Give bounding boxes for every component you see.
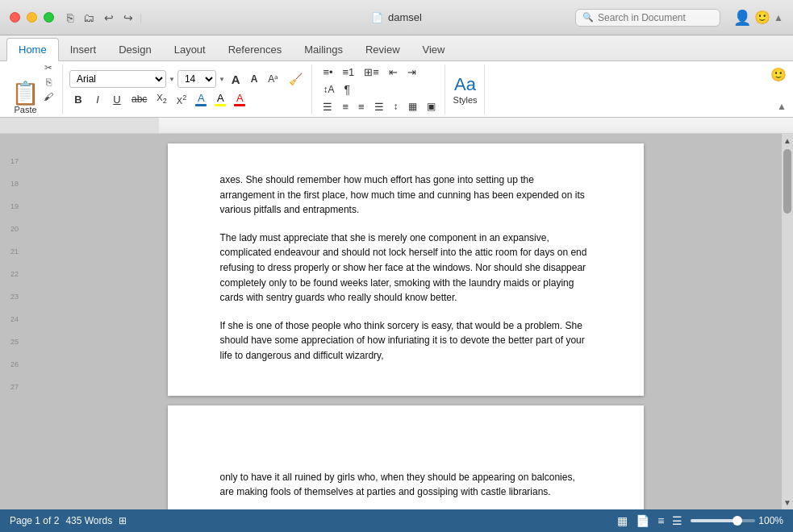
tab-insert[interactable]: Insert [59, 39, 108, 60]
underline-button[interactable]: U [108, 92, 126, 107]
tab-layout[interactable]: Layout [163, 39, 217, 60]
tab-design[interactable]: Design [107, 39, 162, 60]
subscript-button[interactable]: X2 [152, 91, 170, 106]
search-bar[interactable]: 🔍 [575, 9, 720, 27]
margin-num-18: 18 [10, 172, 19, 195]
font-size-increase-button[interactable]: A [227, 71, 244, 88]
page1-para3: If she is one of those people who think … [220, 318, 591, 364]
main-area: 17 18 19 20 21 22 23 24 25 26 27 axes. S… [0, 134, 793, 509]
print-layout-button[interactable]: ☰ [672, 514, 682, 527]
increase-indent-button[interactable]: ⇥ [403, 64, 420, 80]
zoom-track[interactable] [691, 519, 755, 522]
zoom-handle[interactable] [732, 516, 742, 526]
strikethrough-button[interactable]: abc [127, 92, 151, 106]
font-group: Arial ▼ 14 ▼ A A Aᵃ 🧹 B I U abc X2 X2 A … [65, 64, 312, 114]
layout-view-button[interactable]: ▦ [617, 514, 628, 527]
highlight-color-button[interactable]: A [211, 90, 229, 108]
align-right-button[interactable]: ≡ [354, 99, 369, 114]
page-info: Page 1 of 2 [10, 515, 59, 526]
margin-num-26: 26 [10, 353, 19, 376]
collapse-ribbon-button[interactable]: ▲ [777, 101, 787, 112]
change-case-button[interactable]: Aᵃ [264, 72, 282, 86]
scroll-up-button[interactable]: ▲ [781, 134, 793, 148]
margin-num-25: 25 [10, 330, 19, 353]
window-controls [10, 12, 54, 23]
clear-formatting-button[interactable]: 🧹 [285, 71, 307, 87]
multi-level-list-button[interactable]: ⊞≡ [360, 64, 383, 80]
superscript-button[interactable]: X2 [173, 92, 190, 107]
styles-button[interactable]: Aa Styles [453, 74, 478, 105]
bullets-button[interactable]: ≡• [319, 64, 336, 80]
para-row2: ↕A ¶ [319, 81, 354, 98]
margin-num-27: 27 [10, 376, 19, 398]
bold-button[interactable]: B [69, 92, 87, 107]
redo-icon-btn[interactable]: ↪ [120, 10, 136, 26]
margin-num-24: 24 [10, 308, 19, 330]
page2-para1: only to have it all ruined by girls who,… [220, 470, 591, 500]
toolbar-divider: | [140, 12, 142, 23]
font-row1: Arial ▼ 14 ▼ A A Aᵃ 🧹 [69, 70, 307, 88]
user-icon-button[interactable]: 👤 [733, 9, 751, 27]
emoji-toolbar-button[interactable]: 🙂 [770, 67, 787, 82]
font-color-button[interactable]: A [192, 90, 210, 108]
tab-mailings[interactable]: Mailings [293, 39, 354, 60]
borders-button[interactable]: ▣ [423, 99, 440, 114]
copy-button[interactable]: ⎘ [41, 76, 56, 89]
justify-button[interactable]: ☰ [370, 99, 388, 114]
numbered-list-button[interactable]: ≡1 [339, 64, 359, 80]
text-color-button[interactable]: A [231, 90, 248, 108]
undo-icon-btn[interactable]: ↩ [101, 10, 117, 26]
font-size-decrease-button[interactable]: A [247, 72, 262, 86]
margin-num-19: 19 [10, 195, 19, 218]
scroll-thumb[interactable] [783, 149, 791, 214]
line-spacing-button[interactable]: ↕ [390, 99, 403, 114]
minimize-button[interactable] [27, 12, 37, 23]
margin-num-22: 22 [10, 263, 19, 285]
search-input[interactable] [598, 12, 703, 23]
document-page-2: only to have it all ruined by girls who,… [168, 405, 644, 509]
tab-references[interactable]: References [217, 39, 293, 60]
paste-button[interactable]: 📋 Paste [11, 82, 40, 114]
outline-view-button[interactable]: ≡ [657, 514, 664, 527]
tab-home[interactable]: Home [6, 38, 59, 61]
search-icon: 🔍 [582, 12, 594, 23]
align-center-button[interactable]: ≡ [338, 99, 353, 114]
cut-button[interactable]: ✂ [41, 61, 56, 74]
doc-title-area: 📄 damsel [371, 11, 422, 23]
left-margin-bar: 17 18 19 20 21 22 23 24 25 26 27 [0, 134, 29, 509]
italic-button[interactable]: I [89, 92, 106, 107]
decrease-indent-button[interactable]: ⇤ [385, 64, 402, 80]
title-bar: ⎘ 🗂 ↩ ↪ | 📄 damsel 🔍 👤 🙂 ▲ [0, 0, 793, 35]
clipboard-icon-btn[interactable]: ⎘ [64, 10, 77, 26]
page1-para1: axes. She should remember how much effor… [220, 172, 591, 218]
sort-button[interactable]: ↕A [319, 82, 338, 97]
font-name-select[interactable]: Arial [69, 70, 166, 88]
document-scroll-area[interactable]: axes. She should remember how much effor… [29, 134, 782, 509]
maximize-button[interactable] [44, 12, 54, 23]
word-count-icon-button[interactable]: ⊞ [119, 515, 127, 526]
show-para-marks-button[interactable]: ¶ [340, 81, 354, 98]
margin-num-23: 23 [10, 285, 19, 308]
document-view-button[interactable]: 📄 [636, 514, 649, 527]
zoom-slider-area[interactable]: 100% [691, 515, 783, 526]
tab-review[interactable]: Review [354, 39, 411, 60]
emoji-feedback-button[interactable]: 🙂 [754, 10, 770, 25]
styles-group: Aa Styles [447, 64, 485, 114]
zoom-percent: 100% [758, 515, 783, 526]
tab-view[interactable]: View [411, 39, 457, 60]
document-title: damsel [388, 11, 422, 23]
shading-button[interactable]: ▦ [404, 99, 421, 114]
font-color-bar [195, 104, 207, 106]
align-left-button[interactable]: ☰ [319, 99, 336, 114]
font-size-select[interactable]: 14 [177, 70, 216, 88]
folder-icon-btn[interactable]: 🗂 [80, 10, 98, 26]
vertical-scrollbar[interactable]: ▲ ▼ [782, 134, 793, 509]
margin-num-17: 17 [10, 150, 19, 172]
ribbon-collapse-button[interactable]: ▲ [774, 12, 783, 23]
format-painter-button[interactable]: 🖌 [41, 90, 56, 103]
scroll-down-button[interactable]: ▼ [781, 496, 793, 509]
styles-icon: Aa [454, 74, 476, 95]
highlight-bar [215, 104, 226, 106]
zoom-fill [691, 519, 737, 522]
close-button[interactable] [10, 12, 20, 23]
